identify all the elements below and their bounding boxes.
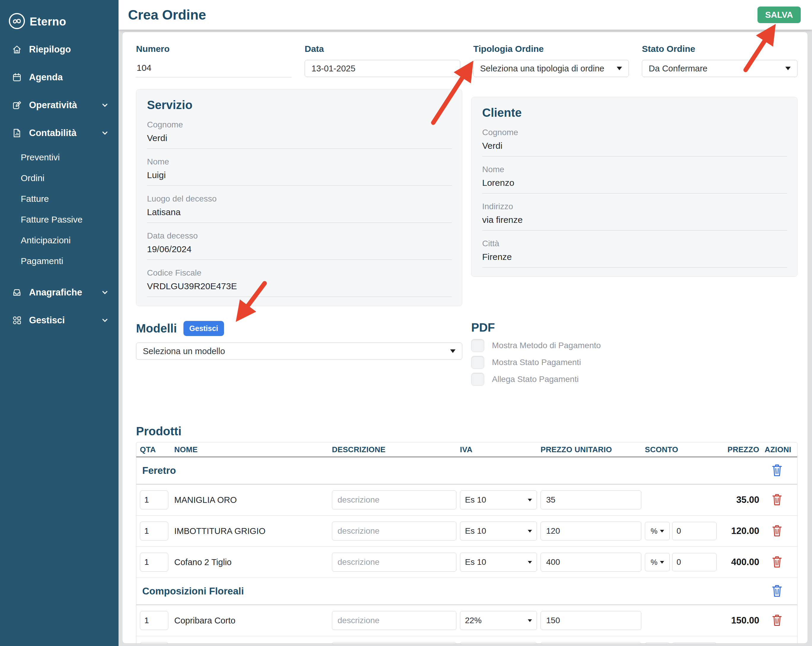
checkbox-mostra-stato-pagamenti[interactable]: [471, 356, 484, 369]
sidebar-item-ordini[interactable]: Ordini: [0, 168, 119, 188]
checkbox-label: Mostra Metodo di Pagamento: [492, 341, 601, 350]
field-value[interactable]: Luigi: [147, 170, 452, 180]
field-value[interactable]: Verdi: [482, 141, 787, 151]
product-price: 120.00: [725, 526, 759, 536]
iva-select[interactable]: 22%: [460, 642, 537, 644]
field-label: Nome: [147, 157, 452, 166]
sconto-input[interactable]: [672, 553, 717, 571]
grid-icon: [12, 315, 29, 325]
sidebar-item-pagamenti[interactable]: Pagamenti: [0, 251, 119, 272]
prezzo-unitario-input[interactable]: [540, 490, 641, 509]
sidebar-item-anagrafiche[interactable]: Anagrafiche: [0, 278, 119, 306]
sconto-input[interactable]: [672, 522, 717, 540]
trash-icon: [771, 464, 783, 477]
servizio-luogo-decesso-field: Luogo del decesso Latisana: [147, 194, 452, 223]
descrizione-input[interactable]: [332, 642, 456, 644]
field-value[interactable]: VRDLGU39R20E473E: [147, 281, 452, 291]
pdf-section: PDF Mostra Metodo di Pagamento Mostra St…: [471, 321, 797, 390]
data-input[interactable]: [305, 60, 460, 77]
product-group-row: Feretro: [136, 457, 797, 484]
prezzo-unitario-input[interactable]: [540, 553, 641, 572]
cliente-cognome-field: Cognome Verdi: [482, 128, 787, 156]
delete-group-button[interactable]: [763, 464, 791, 477]
field-value[interactable]: Firenze: [482, 252, 787, 262]
sidebar-item-fatture[interactable]: Fatture: [0, 188, 119, 209]
topbar: Crea Ordine SALVA: [119, 0, 812, 30]
sconto-type-select[interactable]: %: [645, 643, 670, 644]
product-name: IMBOTTITURA GRIGIO: [174, 526, 328, 536]
delete-group-button[interactable]: [763, 584, 791, 598]
column-header-nome: NOME: [174, 445, 328, 454]
trash-icon: [771, 493, 783, 506]
tipologia-field: Tipologia Ordine Seleziona una tipologia…: [473, 44, 629, 77]
chevron-down-icon: [528, 561, 532, 564]
qta-input[interactable]: [140, 611, 168, 630]
modelli-select-value: Seleziona un modello: [143, 347, 225, 356]
checkbox-mostra-metodo-pagamento[interactable]: [471, 339, 484, 352]
prezzo-unitario-input[interactable]: [540, 522, 641, 541]
sidebar-item-operativita[interactable]: Operatività: [0, 91, 119, 119]
qta-input[interactable]: [140, 490, 168, 509]
sidebar-item-contabilita[interactable]: Contabilità: [0, 119, 119, 147]
tipologia-select-value: Seleziona una tipologia di ordine: [480, 64, 604, 73]
sidebar-nav: Riepilogo Agenda Operatività: [0, 35, 119, 334]
checkbox-allega-stato-pagamenti[interactable]: [471, 373, 484, 386]
sidebar-item-fatture-passive[interactable]: Fatture Passive: [0, 209, 119, 230]
sidebar-item-gestisci[interactable]: Gestisci: [0, 306, 119, 334]
delete-product-button[interactable]: [763, 493, 791, 506]
stato-select[interactable]: Da Confermare: [642, 60, 797, 77]
chevron-down-icon: [101, 318, 108, 323]
prezzo-unitario-input[interactable]: [540, 642, 641, 644]
field-value[interactable]: via firenze: [482, 215, 787, 225]
field-value[interactable]: 19/06/2024: [147, 244, 452, 254]
sidebar-item-agenda[interactable]: Agenda: [0, 63, 119, 91]
iva-select[interactable]: Es 10: [460, 522, 537, 541]
modelli-select[interactable]: Seleziona un modello: [136, 342, 462, 360]
descrizione-input[interactable]: [332, 490, 456, 509]
column-header-qta: QTA: [140, 445, 171, 454]
modelli-pdf-row: Modelli Gestisci Seleziona un modello PD…: [136, 321, 797, 390]
sidebar-item-riepilogo[interactable]: Riepilogo: [0, 35, 119, 63]
trash-icon: [771, 556, 783, 569]
prezzo-unitario-input[interactable]: [540, 611, 641, 630]
iva-select[interactable]: Es 10: [460, 553, 537, 572]
sidebar-item-label: Anagrafiche: [29, 287, 82, 298]
modelli-section: Modelli Gestisci Seleziona un modello: [136, 321, 462, 360]
delete-product-button[interactable]: [763, 524, 791, 538]
descrizione-input[interactable]: [332, 553, 456, 572]
chevron-down-icon: [101, 103, 108, 108]
qta-input[interactable]: [140, 553, 168, 572]
sconto-type-select[interactable]: %: [645, 522, 670, 540]
gestisci-button[interactable]: Gestisci: [183, 321, 224, 336]
sconto-field: %: [645, 553, 722, 571]
descrizione-input[interactable]: [332, 611, 456, 630]
iva-select[interactable]: Es 10: [460, 490, 537, 509]
sconto-input[interactable]: [672, 643, 717, 644]
sconto-type-select[interactable]: %: [645, 553, 670, 571]
field-label: Nome: [482, 165, 787, 174]
tipologia-label: Tipologia Ordine: [473, 44, 629, 54]
iva-select[interactable]: 22%: [460, 611, 537, 630]
clipboard-pen-icon: [12, 100, 29, 110]
qta-input[interactable]: [140, 522, 168, 541]
pdf-option-mostra-metodo: Mostra Metodo di Pagamento: [471, 339, 797, 352]
products-table: QTA NOME DESCRIZIONE IVA PREZZO UNITARIO…: [136, 442, 797, 644]
sidebar-item-anticipazioni[interactable]: Anticipazioni: [0, 230, 119, 251]
field-value[interactable]: Verdi: [147, 133, 452, 143]
iva-select-value: Es 10: [465, 557, 486, 567]
product-row: Cofano 2 Tiglio Es 10 % 400.00: [136, 547, 797, 578]
cliente-citta-field: Città Firenze: [482, 239, 787, 267]
numero-value[interactable]: 104: [136, 60, 292, 77]
descrizione-input[interactable]: [332, 522, 456, 541]
tipologia-select[interactable]: Seleziona una tipologia di ordine: [473, 60, 629, 77]
sidebar-item-preventivi[interactable]: Preventivi: [0, 147, 119, 168]
delete-product-button[interactable]: [763, 614, 791, 627]
products-table-header: QTA NOME DESCRIZIONE IVA PREZZO UNITARIO…: [136, 443, 797, 457]
save-button[interactable]: SALVA: [757, 6, 801, 23]
chevron-down-icon: [101, 131, 108, 136]
field-value[interactable]: Latisana: [147, 207, 452, 217]
product-name: Copribara Corto: [174, 616, 328, 626]
delete-product-button[interactable]: [763, 556, 791, 569]
qta-input[interactable]: [140, 642, 168, 644]
field-value[interactable]: Lorenzo: [482, 178, 787, 188]
